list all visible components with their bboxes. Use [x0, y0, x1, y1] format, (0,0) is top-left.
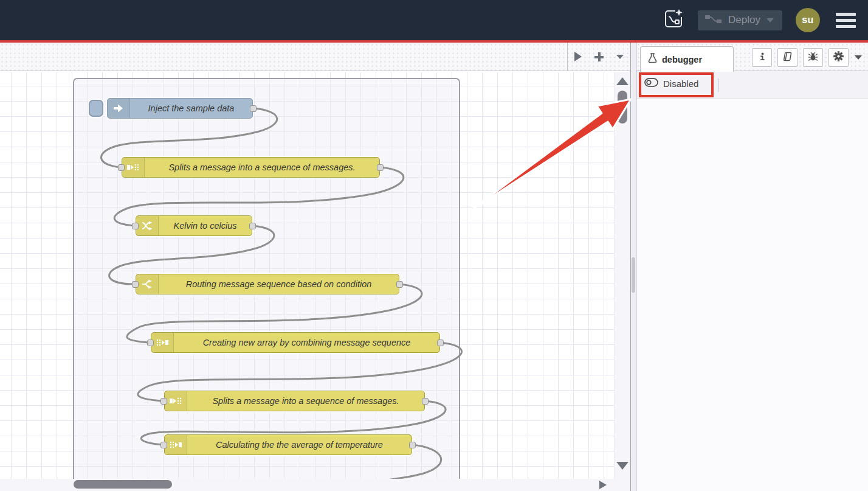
output-port[interactable] — [396, 281, 403, 288]
shuffle-icon — [136, 216, 159, 235]
node-label: Calculating the the average of temperatu… — [187, 435, 412, 454]
input-port[interactable] — [132, 281, 139, 288]
settings-button[interactable] — [828, 48, 849, 67]
tab-debugger[interactable]: debugger — [640, 46, 734, 72]
header-accent-line — [0, 40, 868, 43]
chevron-down-icon[interactable] — [855, 55, 862, 60]
split-icon — [165, 391, 187, 411]
scroll-up-icon[interactable] — [616, 77, 629, 85]
scroll-down-icon[interactable] — [616, 462, 629, 470]
sidebar-toolbar-buttons — [752, 48, 849, 67]
menu-icon — [836, 13, 856, 16]
node-label: Routing message sequence based on condit… — [159, 274, 399, 294]
add-flow-icon[interactable] — [594, 52, 604, 61]
node-split-2[interactable]: Splits a message into a sequence of mess… — [164, 391, 425, 411]
user-avatar[interactable]: su — [796, 8, 820, 32]
header-bar: Deploy su — [0, 0, 868, 40]
input-port[interactable] — [160, 398, 167, 405]
flow-list-icon[interactable] — [616, 55, 624, 59]
debug-messages-panel — [636, 99, 868, 491]
info-button[interactable] — [752, 48, 772, 67]
debug-sidebar-toolbar: Disabled — [636, 71, 868, 99]
output-port[interactable] — [377, 164, 384, 171]
output-port[interactable] — [250, 105, 257, 112]
scroll-right-icon[interactable] — [574, 52, 582, 61]
fork-icon — [136, 274, 159, 294]
node-label: Inject the sample data — [130, 99, 252, 118]
node-change[interactable]: Kelvin to celcius — [136, 215, 252, 236]
deploy-button[interactable]: Deploy — [698, 10, 782, 30]
split-icon — [122, 158, 145, 177]
book-icon — [782, 52, 793, 64]
inject-trigger-button[interactable] — [89, 100, 103, 117]
input-port[interactable] — [118, 164, 125, 171]
horizontal-scrollbar-thumb[interactable] — [74, 480, 172, 489]
node-inject[interactable]: Inject the sample data — [107, 98, 253, 119]
output-port[interactable] — [249, 223, 256, 229]
sidebar-splitter[interactable] — [630, 43, 636, 491]
toggle-off-icon — [644, 78, 658, 89]
node-join-2[interactable]: Calculating the the average of temperatu… — [164, 434, 412, 455]
horizontal-scroll-strip[interactable] — [0, 479, 630, 491]
node-join-1[interactable]: Creating new array by combining message … — [151, 332, 440, 353]
library-button[interactable] — [777, 48, 797, 67]
splitter-handle[interactable] — [632, 257, 635, 293]
vertical-scroll-strip[interactable] — [614, 72, 630, 479]
scroll-right-end-icon[interactable] — [599, 481, 607, 489]
gear-icon — [833, 51, 844, 64]
menu-button[interactable] — [833, 10, 858, 30]
header-actions: Deploy su — [663, 0, 858, 40]
input-port[interactable] — [147, 340, 154, 346]
input-port[interactable] — [160, 442, 167, 448]
debug-button[interactable] — [803, 48, 823, 67]
inject-arrow-icon — [108, 99, 130, 118]
node-switch[interactable]: Routing message sequence based on condit… — [136, 274, 399, 294]
node-label: Splits a message into a sequence of mess… — [145, 158, 379, 177]
toolbar-separator — [718, 78, 719, 92]
output-port[interactable] — [422, 398, 429, 405]
info-icon — [757, 52, 767, 64]
join-icon — [165, 435, 187, 454]
flow-ai-button[interactable] — [663, 9, 684, 31]
input-port[interactable] — [132, 223, 139, 229]
disabled-toggle-button[interactable]: Disabled — [644, 78, 698, 89]
flow-ai-icon — [663, 8, 684, 32]
node-label: Kelvin to celcius — [159, 216, 252, 235]
bug-icon — [808, 52, 818, 64]
output-port[interactable] — [409, 442, 416, 448]
node-split-1[interactable]: Splits a message into a sequence of mess… — [122, 157, 380, 178]
sidebar-tabbar: debugger — [636, 43, 868, 71]
deploy-label: Deploy — [728, 14, 760, 26]
node-red-app: Deploy su — [0, 0, 868, 491]
node-label: Splits a message into a sequence of mess… — [187, 391, 424, 411]
output-port[interactable] — [437, 340, 444, 346]
tab-debugger-label: debugger — [662, 55, 702, 64]
deploy-nodes-icon — [705, 13, 722, 27]
node-label: Creating new array by combining message … — [174, 333, 439, 352]
deploy-caret-icon[interactable] — [766, 18, 774, 23]
join-icon — [151, 333, 174, 352]
vertical-scrollbar-thumb[interactable] — [618, 91, 627, 124]
disabled-label: Disabled — [663, 78, 698, 89]
sidebar: debugger Disabled — [636, 43, 868, 491]
workspace-tabbar — [0, 43, 630, 71]
workspace-tab-controls — [567, 43, 630, 71]
flask-icon — [648, 53, 657, 66]
